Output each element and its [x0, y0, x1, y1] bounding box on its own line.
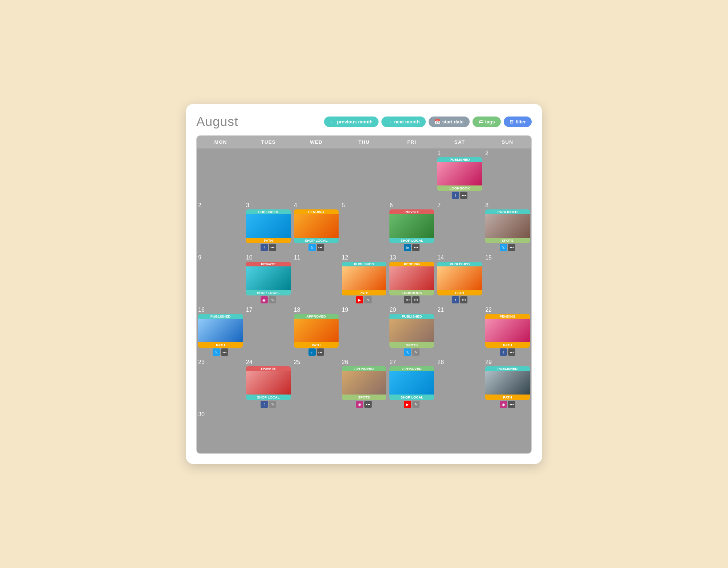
event-image — [342, 371, 387, 395]
instagram-icon[interactable]: ◉ — [356, 401, 363, 408]
more-icon[interactable]: ••• — [221, 348, 228, 356]
event-card[interactable]: PENDINGPATH — [485, 314, 530, 348]
edit-icon[interactable]: ✎ — [269, 296, 276, 303]
event-label: SPOTS — [485, 238, 530, 243]
more-icon[interactable]: ••• — [412, 244, 420, 251]
day-number: 18 — [294, 307, 339, 313]
event-actions: in••• — [294, 348, 339, 356]
event-card[interactable]: PUBLISHEDPATH — [246, 209, 291, 243]
edit-icon[interactable]: ✎ — [364, 296, 372, 303]
table-row: 6PRIVATESHOP LOCALin••• — [388, 201, 435, 253]
more-icon[interactable]: ••• — [412, 296, 420, 303]
event-card[interactable]: APPROVEDSHOP LOCAL — [389, 366, 434, 400]
more-icon[interactable]: ••• — [317, 348, 324, 356]
month-title: August — [196, 114, 238, 129]
event-actions: f••• — [485, 348, 530, 356]
col-wed: WED — [292, 136, 340, 148]
event-image — [485, 214, 530, 238]
day-number: 1 — [437, 150, 482, 156]
status-badge: PUBLISHED — [437, 157, 482, 162]
event-card[interactable]: PRIVATESHOP LOCAL — [389, 209, 434, 243]
event-card[interactable]: PRIVATESHOP LOCAL — [246, 366, 291, 400]
facebook-icon[interactable]: f — [261, 244, 268, 251]
more-icon[interactable]: ••• — [460, 192, 467, 199]
tag-icon: 🏷 — [478, 119, 483, 124]
table-row: 10PRIVATESHOP LOCAL◉✎ — [245, 253, 292, 305]
youtube-icon[interactable]: ▶ — [356, 296, 363, 303]
instagram-icon[interactable]: ◉ — [261, 296, 268, 303]
facebook-icon[interactable]: f — [452, 296, 459, 303]
table-row: 13PENDINGLOOKBOOK•••••• — [388, 253, 435, 305]
event-card[interactable]: PUBLISHEDPATH — [198, 314, 243, 348]
table-row: 1PUBLISHEDLOOKBOOKf••• — [436, 148, 483, 200]
arrow-left-icon: ← — [330, 119, 335, 124]
twitter-icon[interactable]: 𝕏 — [213, 348, 220, 356]
day-number: 28 — [437, 359, 482, 365]
col-thu: THU — [340, 136, 388, 148]
event-card[interactable]: PUBLISHEDSPOTS — [485, 209, 530, 243]
more-icon[interactable]: ••• — [404, 296, 411, 303]
twitter-icon[interactable]: 𝕏 — [404, 348, 411, 356]
instagram-icon[interactable]: ◉ — [500, 401, 507, 408]
event-label: SHOP LOCAL — [389, 238, 434, 243]
event-label: SHOP LOCAL — [246, 395, 291, 400]
filter-button[interactable]: ⊟ filter — [504, 117, 532, 127]
event-label: PATH — [198, 342, 243, 348]
event-image — [437, 266, 482, 290]
facebook-icon[interactable]: f — [261, 401, 268, 408]
event-actions: ◉••• — [342, 401, 387, 408]
twitter-icon[interactable]: 𝕏 — [308, 244, 316, 251]
facebook-icon[interactable]: f — [500, 348, 507, 356]
event-card[interactable]: APPROVEDPATH — [294, 314, 339, 348]
event-label: SHOP LOCAL — [294, 238, 339, 243]
more-icon[interactable]: ••• — [364, 401, 372, 408]
start-date-label: start date — [442, 119, 464, 124]
event-card[interactable]: PRIVATESHOP LOCAL — [246, 262, 291, 295]
linkedin-icon[interactable]: in — [308, 348, 316, 356]
event-card[interactable]: APPROVEDSPOTS — [342, 366, 387, 400]
edit-icon[interactable]: ✎ — [412, 401, 420, 408]
table-row: 25 — [293, 357, 340, 409]
start-date-button[interactable]: 📅 start date — [429, 117, 470, 127]
event-card[interactable]: PUBLISHEDLOOKBOOK — [437, 157, 482, 191]
tags-button[interactable]: 🏷 tags — [473, 117, 501, 127]
prev-month-button[interactable]: ← previous month — [324, 117, 378, 127]
twitter-icon[interactable]: 𝕏 — [500, 244, 507, 251]
more-icon[interactable]: ••• — [460, 296, 467, 303]
day-number: 9 — [198, 254, 243, 261]
event-card[interactable]: PUBLISHEDPATH — [437, 262, 482, 295]
day-number: 12 — [342, 254, 387, 261]
more-icon[interactable]: ••• — [508, 244, 515, 251]
col-mon: MON — [197, 136, 245, 148]
table-row — [340, 148, 388, 200]
event-image — [485, 371, 530, 395]
more-icon[interactable]: ••• — [508, 348, 515, 356]
event-actions: f••• — [246, 244, 291, 251]
event-actions: 𝕏✎ — [389, 348, 434, 356]
next-month-button[interactable]: → next month — [381, 117, 426, 127]
day-number: 11 — [294, 254, 339, 261]
more-icon[interactable]: ••• — [317, 244, 324, 251]
more-icon[interactable]: ••• — [269, 244, 276, 251]
event-card[interactable]: PUBLISHEDSPOTS — [389, 314, 434, 348]
edit-icon[interactable]: ✎ — [269, 401, 276, 408]
event-actions: •••••• — [389, 296, 434, 303]
event-card[interactable]: PUBLISHEDPATH — [342, 262, 387, 295]
event-image — [389, 371, 434, 395]
event-card[interactable]: PENDINGSHOP LOCAL — [294, 209, 339, 243]
day-number: 10 — [246, 254, 291, 261]
calendar: MON TUES WED THU FRI SAT SUN 1PUBLISHEDL… — [196, 135, 532, 454]
table-row: 24PRIVATESHOP LOCALf✎ — [245, 357, 292, 409]
facebook-icon[interactable]: f — [452, 192, 459, 199]
calendar-body: 1PUBLISHEDLOOKBOOKf•••223PUBLISHEDPATHf•… — [197, 148, 531, 453]
edit-icon[interactable]: ✎ — [412, 348, 420, 356]
event-card[interactable]: PENDINGLOOKBOOK — [389, 262, 434, 295]
youtube-icon[interactable]: ▶ — [404, 401, 411, 408]
status-badge: PENDING — [294, 209, 339, 214]
more-icon[interactable]: ••• — [508, 401, 515, 408]
event-card[interactable]: PUBLISHEDPATH — [485, 366, 530, 400]
linkedin-icon[interactable]: in — [404, 244, 411, 251]
event-actions: 𝕏••• — [198, 348, 243, 356]
event-image — [485, 319, 530, 342]
event-image — [342, 266, 387, 290]
